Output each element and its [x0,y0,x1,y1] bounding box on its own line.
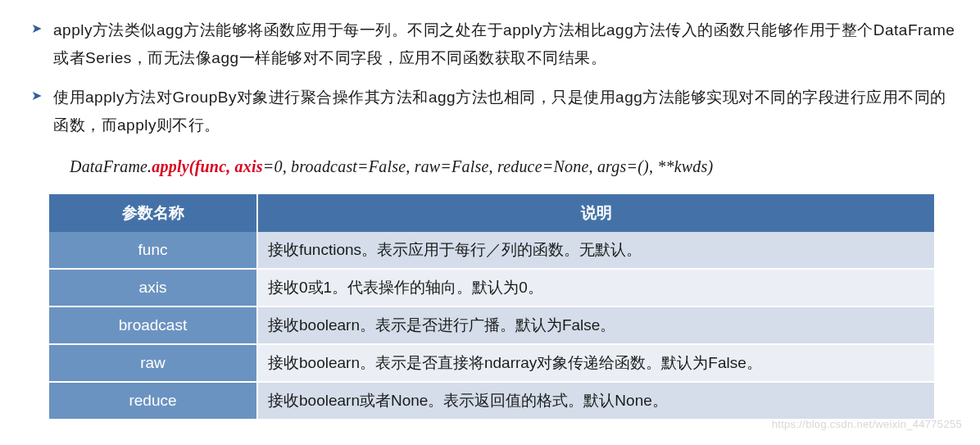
parameters-table: 参数名称 说明 func 接收functions。表示应用于每行／列的函数。无默… [49,194,934,420]
code-paren-open: ( [189,157,195,175]
table-row: raw 接收boolearn。表示是否直接将ndarray对象传递给函数。默认为… [49,345,934,383]
bullet-item-2: ➤ 使用apply方法对GroupBy对象进行聚合操作其方法和agg方法也相同，… [31,84,955,139]
param-name-cell: raw [49,345,258,383]
param-desc-cell: 接收boolearn或者None。表示返回值的格式。默认None。 [258,383,934,420]
code-signature: DataFrame.apply(func, axis=0, broadcast=… [70,157,955,176]
code-args-rest: =0, broadcast=False, raw=False, reduce=N… [263,157,714,175]
param-name-cell: reduce [49,383,258,420]
code-args-red: func, axis [195,157,263,175]
bullet-marker-icon: ➤ [31,16,42,41]
table-header-row: 参数名称 说明 [49,194,934,232]
table-header-name: 参数名称 [49,194,258,232]
param-desc-cell: 接收boolearn。表示是否进行广播。默认为False。 [258,307,934,345]
table-row: broadcast 接收boolearn。表示是否进行广播。默认为False。 [49,307,934,345]
param-name-cell: func [49,232,258,270]
param-name-cell: broadcast [49,307,258,345]
param-desc-cell: 接收0或1。代表操作的轴向。默认为0。 [258,270,934,307]
table-header-desc: 说明 [258,194,934,232]
table-row: axis 接收0或1。代表操作的轴向。默认为0。 [49,270,934,307]
param-desc-cell: 接收functions。表示应用于每行／列的函数。无默认。 [258,232,934,270]
code-prefix: DataFrame. [70,157,152,175]
bullet-text: 使用apply方法对GroupBy对象进行聚合操作其方法和agg方法也相同，只是… [53,84,955,139]
table-row: reduce 接收boolearn或者None。表示返回值的格式。默认None。 [49,383,934,420]
bullet-marker-icon: ➤ [31,84,42,108]
bullet-item-1: ➤ apply方法类似agg方法能够将函数应用于每一列。不同之处在于apply方… [31,16,955,72]
code-method: apply [152,157,188,175]
param-desc-cell: 接收boolearn。表示是否直接将ndarray对象传递给函数。默认为Fals… [258,345,934,383]
bullet-text: apply方法类似agg方法能够将函数应用于每一列。不同之处在于apply方法相… [53,16,955,72]
param-name-cell: axis [49,270,258,307]
table-row: func 接收functions。表示应用于每行／列的函数。无默认。 [49,232,934,270]
watermark-text: https://blog.csdn.net/weixin_44775255 [772,418,962,430]
